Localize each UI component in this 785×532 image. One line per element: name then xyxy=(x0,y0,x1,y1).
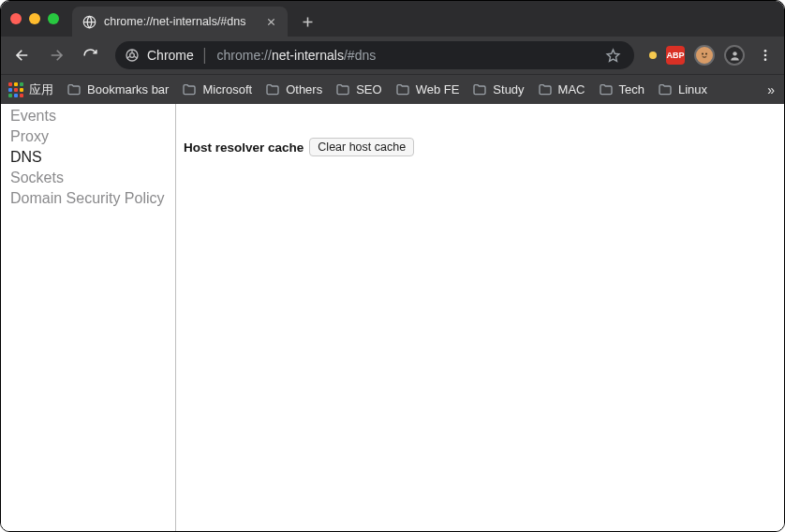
bookmark-label: Others xyxy=(286,82,322,96)
folder-icon xyxy=(599,82,614,97)
bookmark-label: MAC xyxy=(558,82,585,96)
folder-icon xyxy=(67,82,81,97)
folder-icon xyxy=(335,82,350,97)
extension-indicator-icon[interactable] xyxy=(649,52,657,59)
bookmark-label: Tech xyxy=(619,82,644,96)
folder-icon xyxy=(265,82,280,97)
profile-avatar[interactable] xyxy=(724,45,745,66)
apps-shortcut[interactable]: 应用 xyxy=(8,81,53,98)
apps-grid-icon xyxy=(8,82,23,97)
bookmark-folder[interactable]: Microsoft xyxy=(182,82,252,97)
url-scheme-label: Chrome xyxy=(147,48,194,63)
bookmark-folder[interactable]: Study xyxy=(472,82,524,97)
folder-icon xyxy=(658,82,673,97)
clear-host-cache-button[interactable]: Clear host cache xyxy=(309,138,414,156)
svg-point-8 xyxy=(764,58,767,61)
sidebar-nav: Events Proxy DNS Sockets Domain Security… xyxy=(1,104,176,531)
address-bar[interactable]: Chrome │ chrome://net-internals/#dns xyxy=(115,41,634,69)
apps-label: 应用 xyxy=(29,81,53,98)
octotree-extension-icon[interactable] xyxy=(694,45,715,66)
new-tab-button[interactable] xyxy=(295,9,319,34)
bookmark-folder[interactable]: Others xyxy=(265,82,322,97)
back-button[interactable] xyxy=(8,41,37,69)
folder-icon xyxy=(472,82,487,97)
kebab-menu-icon[interactable] xyxy=(754,44,777,66)
bookmark-label: SEO xyxy=(356,82,381,96)
titlebar: chrome://net-internals/#dns xyxy=(1,1,784,37)
bookmark-folder[interactable]: Tech xyxy=(599,82,644,97)
sidebar-item-sockets[interactable]: Sockets xyxy=(10,168,175,188)
svg-point-4 xyxy=(705,53,707,55)
svg-point-6 xyxy=(764,50,767,52)
svg-point-5 xyxy=(733,52,736,55)
close-tab-icon[interactable] xyxy=(263,14,278,29)
window-controls xyxy=(10,1,72,37)
sidebar-item-proxy[interactable]: Proxy xyxy=(10,126,175,147)
toolbar: Chrome │ chrome://net-internals/#dns ABP xyxy=(1,37,784,74)
browser-tab[interactable]: chrome://net-internals/#dns xyxy=(72,7,288,37)
bookmark-folder[interactable]: SEO xyxy=(335,82,381,97)
browser-window: chrome://net-internals/#dns Chrome │ c xyxy=(0,0,785,532)
folder-icon xyxy=(182,82,197,97)
bookmark-folder[interactable]: MAC xyxy=(538,82,585,97)
bookmark-folder[interactable]: Bookmarks bar xyxy=(67,82,169,97)
main-panel: Host resolver cache Clear host cache xyxy=(176,104,784,531)
sidebar-item-dns[interactable]: DNS xyxy=(10,147,175,168)
svg-point-7 xyxy=(764,54,767,57)
bookmark-label: Study xyxy=(493,82,524,96)
url-path: /#dns xyxy=(344,48,376,63)
sidebar-item-events[interactable]: Events xyxy=(10,106,175,126)
bookmarks-bar: 应用 Bookmarks bar Microsoft Others SEO We… xyxy=(1,74,784,104)
close-window-button[interactable] xyxy=(10,13,22,24)
folder-icon xyxy=(395,82,410,97)
toolbar-right: ABP xyxy=(645,44,777,66)
chrome-icon xyxy=(125,48,140,63)
bookmark-folder[interactable]: Web FE xyxy=(395,82,460,97)
svg-point-2 xyxy=(130,53,135,58)
globe-icon xyxy=(81,14,96,29)
bookmark-folder[interactable]: Linux xyxy=(658,82,707,97)
url-prefix: chrome:// xyxy=(217,48,272,63)
minimize-window-button[interactable] xyxy=(29,13,40,24)
bookmark-star-icon[interactable] xyxy=(600,43,625,67)
bookmark-label: Web FE xyxy=(416,82,460,96)
svg-point-3 xyxy=(702,53,704,55)
url-host: net-internals xyxy=(272,48,344,63)
bookmark-label: Bookmarks bar xyxy=(87,82,169,96)
host-resolver-row: Host resolver cache Clear host cache xyxy=(184,138,777,156)
page-content: Events Proxy DNS Sockets Domain Security… xyxy=(1,104,784,531)
maximize-window-button[interactable] xyxy=(48,13,59,24)
tab-title: chrome://net-internals/#dns xyxy=(104,15,256,28)
host-resolver-heading: Host resolver cache xyxy=(184,140,304,155)
folder-icon xyxy=(538,82,553,97)
sidebar-item-domain-security-policy[interactable]: Domain Security Policy xyxy=(10,188,175,209)
bookmarks-overflow-icon[interactable]: » xyxy=(767,82,777,97)
forward-button[interactable] xyxy=(42,41,70,69)
reload-button[interactable] xyxy=(76,41,104,69)
bookmark-label: Microsoft xyxy=(202,82,252,96)
url-text: chrome://net-internals/#dns xyxy=(217,48,593,63)
abp-extension-icon[interactable]: ABP xyxy=(666,46,685,65)
bookmark-label: Linux xyxy=(678,82,707,96)
url-separator: │ xyxy=(201,48,210,63)
